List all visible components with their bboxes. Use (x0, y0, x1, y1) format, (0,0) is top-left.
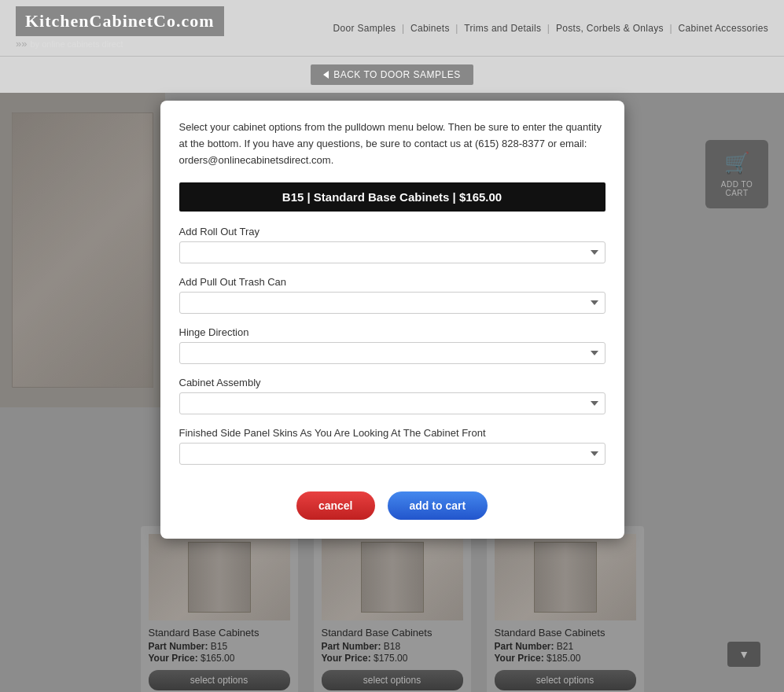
logo-main: KitchenCabinetCo.com (25, 11, 215, 31)
logo: KitchenCabinetCo.com »» by online cabine… (16, 6, 224, 50)
modal-buttons: cancel add to cart (179, 484, 605, 520)
back-button[interactable]: BACK TO DOOR SAMPLES (311, 64, 473, 85)
hinge-direction-select[interactable] (179, 342, 605, 364)
content-area: 🛒 ADD TO CART ▼ Standard Base Cabinets P… (0, 93, 784, 692)
modal-email-link[interactable]: orders@onlinecabinetsdirect.com (179, 154, 331, 166)
nav-cabinets[interactable]: Cabinets (410, 23, 450, 34)
logo-sub: »» by online cabinets direct (16, 38, 224, 50)
option-group-1: Add Roll Out Tray (179, 226, 605, 263)
side-panel-select[interactable] (179, 443, 605, 465)
nav-door-samples[interactable]: Door Samples (333, 23, 396, 34)
nav-posts[interactable]: Posts, Corbels & Onlays (556, 23, 664, 34)
logo-box: KitchenCabinetCo.com (16, 6, 224, 36)
cancel-button[interactable]: cancel (296, 491, 375, 520)
option-group-4: Cabinet Assembly (179, 377, 605, 414)
nav-trims[interactable]: Trims and Details (464, 23, 541, 34)
modal-product-header: B15 | Standard Base Cabinets | $165.00 (179, 182, 605, 212)
pull-out-trash-select[interactable] (179, 292, 605, 314)
logo-sub-text: by online cabinets direct (30, 39, 123, 49)
option-group-3: Hinge Direction (179, 326, 605, 364)
option-label-5: Finished Side Panel Skins As You Are Loo… (179, 427, 605, 439)
option-group-5: Finished Side Panel Skins As You Are Loo… (179, 427, 605, 465)
back-button-label: BACK TO DOOR SAMPLES (333, 69, 461, 80)
nav-links: Door Samples | Cabinets | Trims and Deta… (333, 23, 768, 34)
modal-overlay: Select your cabinet options from the pul… (0, 93, 784, 692)
option-label-1: Add Roll Out Tray (179, 226, 605, 237)
option-group-2: Add Pull Out Trash Can (179, 276, 605, 314)
add-to-cart-button[interactable]: add to cart (388, 491, 488, 520)
nav-accessories[interactable]: Cabinet Accessories (679, 23, 768, 34)
cabinet-assembly-select[interactable] (179, 392, 605, 414)
back-arrow-icon (323, 71, 329, 79)
option-label-3: Hinge Direction (179, 326, 605, 338)
option-label-2: Add Pull Out Trash Can (179, 276, 605, 288)
modal-dialog: Select your cabinet options from the pul… (160, 101, 624, 539)
modal-intro-text: Select your cabinet options from the pul… (179, 120, 605, 168)
option-label-4: Cabinet Assembly (179, 377, 605, 388)
header: KitchenCabinetCo.com »» by online cabine… (0, 0, 784, 57)
logo-arrows: »» (16, 38, 27, 50)
roll-out-tray-select[interactable] (179, 241, 605, 263)
back-bar: BACK TO DOOR SAMPLES (0, 57, 784, 93)
